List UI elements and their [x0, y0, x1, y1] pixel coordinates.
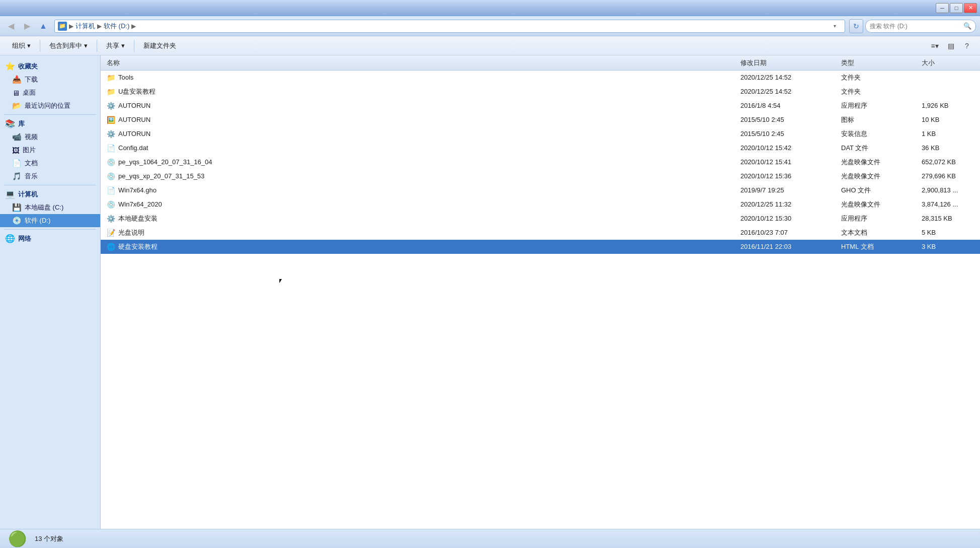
sidebar-item-video[interactable]: 📹 视频	[0, 130, 100, 144]
desktop-label: 桌面	[23, 88, 36, 97]
music-icon: 🎵	[12, 172, 22, 181]
file-modified-usb-install: 2020/12/25 14:52	[736, 88, 837, 95]
col-header-size[interactable]: 大小	[918, 55, 978, 70]
file-modified-local-install: 2020/10/12 15:30	[736, 215, 837, 222]
file-type-autorun-exe: 应用程序	[837, 101, 918, 110]
file-modified-disc-readme: 2016/10/23 7:07	[736, 229, 837, 236]
breadcrumb-computer[interactable]: 计算机	[76, 22, 95, 31]
file-row-disc-readme[interactable]: 📝 光盘说明 2016/10/23 7:07 文本文档 5 KB	[101, 226, 980, 240]
file-row-local-install[interactable]: ⚙️ 本地硬盘安装 2020/10/12 15:30 应用程序 28,315 K…	[101, 212, 980, 226]
address-bar-dropdown[interactable]: ▾	[834, 23, 842, 29]
file-name-text-config-dat: Config.dat	[118, 144, 148, 152]
sidebar-item-recent[interactable]: 📂 最近访问的位置	[0, 99, 100, 112]
organize-button[interactable]: 组织 ▾	[6, 38, 37, 53]
sidebar-favorites-header[interactable]: ⭐ 收藏夹	[0, 59, 100, 73]
sidebar-computer-header[interactable]: 💻 计算机	[0, 187, 100, 201]
file-icon-pe-yqs-xp: 💿	[107, 172, 115, 180]
sidebar-item-document[interactable]: 📄 文档	[0, 157, 100, 170]
col-header-type[interactable]: 类型	[837, 55, 918, 70]
breadcrumb-sep-2: ▶	[131, 23, 136, 30]
sidebar-divider-2	[4, 185, 96, 185]
file-name-text-hdd-tutorial: 硬盘安装教程	[118, 242, 158, 251]
sidebar-library-header[interactable]: 📚 库	[0, 117, 100, 130]
file-name-text-win7-2020: Win7x64_2020	[118, 200, 162, 208]
minimize-button[interactable]: ─	[936, 3, 949, 13]
back-button[interactable]: ◀	[4, 19, 18, 33]
preview-pane-button[interactable]: ▤	[944, 39, 958, 53]
sidebar-section-favorites: ⭐ 收藏夹 📥 下载 🖥 桌面 📂 最近访问的位置	[0, 59, 100, 112]
share-button[interactable]: 共享 ▾	[100, 38, 131, 53]
close-button[interactable]: ✕	[964, 3, 977, 13]
file-row-hdd-tutorial[interactable]: 🌐 硬盘安装教程 2016/11/21 22:03 HTML 文档 3 KB	[101, 240, 980, 254]
title-bar-controls: ─ □ ✕	[936, 3, 977, 13]
sidebar-item-desktop[interactable]: 🖥 桌面	[0, 86, 100, 99]
file-size-pe-yqs-1064: 652,072 KB	[918, 158, 978, 166]
library-icon: 📚	[5, 119, 15, 128]
file-size-autorun-ico: 10 KB	[918, 116, 978, 123]
file-row-autorun-exe[interactable]: ⚙️ AUTORUN 2016/1/8 4:54 应用程序 1,926 KB	[101, 99, 980, 113]
search-bar[interactable]: 🔍	[865, 20, 976, 33]
search-icon: 🔍	[963, 22, 971, 30]
file-icon-usb-install: 📁	[107, 88, 115, 96]
new-folder-label: 新建文件夹	[143, 41, 176, 50]
file-type-hdd-tutorial: HTML 文档	[837, 242, 918, 251]
file-row-usb-install[interactable]: 📁 U盘安装教程 2020/12/25 14:52 文件夹	[101, 85, 980, 99]
file-name-text-autorun-inf: AUTORUN	[118, 130, 150, 138]
file-type-local-install: 应用程序	[837, 214, 918, 223]
help-button[interactable]: ?	[960, 39, 974, 53]
file-icon-local-install: ⚙️	[107, 215, 115, 223]
file-type-usb-install: 文件夹	[837, 87, 918, 96]
col-header-modified[interactable]: 修改日期	[736, 55, 837, 70]
downloads-icon: 📥	[12, 75, 22, 84]
file-modified-autorun-exe: 2016/1/8 4:54	[736, 102, 837, 109]
file-type-autorun-ico: 图标	[837, 115, 918, 124]
view-toggle-button[interactable]: ≡▾	[928, 39, 942, 53]
sidebar-network-header[interactable]: 🌐 网络	[0, 232, 100, 245]
file-row-win7-gho[interactable]: 📄 Win7x64.gho 2019/9/7 19:25 GHO 文件 2,90…	[101, 183, 980, 197]
col-header-name[interactable]: 名称	[103, 55, 736, 70]
sidebar-item-local-c[interactable]: 💾 本地磁盘 (C:)	[0, 201, 100, 214]
maximize-button[interactable]: □	[950, 3, 963, 13]
file-row-tools[interactable]: 📁 Tools 2020/12/25 14:52 文件夹	[101, 71, 980, 85]
search-input[interactable]	[870, 23, 961, 30]
file-size-autorun-exe: 1,926 KB	[918, 102, 978, 109]
file-modified-autorun-ico: 2015/5/10 2:45	[736, 116, 837, 123]
file-type-config-dat: DAT 文件	[837, 144, 918, 153]
file-name-autorun-exe: ⚙️ AUTORUN	[103, 102, 736, 110]
file-row-autorun-ico[interactable]: 🖼️ AUTORUN 2015/5/10 2:45 图标 10 KB	[101, 113, 980, 127]
sidebar-item-picture[interactable]: 🖼 图片	[0, 144, 100, 157]
toolbar-right: ≡▾ ▤ ?	[928, 39, 974, 53]
file-modified-autorun-inf: 2015/5/10 2:45	[736, 130, 837, 138]
picture-icon: 🖼	[12, 146, 20, 155]
file-row-pe-yqs-1064[interactable]: 💿 pe_yqs_1064_20_07_31_16_04 2020/10/12 …	[101, 155, 980, 169]
file-icon-config-dat: 📄	[107, 144, 115, 152]
breadcrumb-drive[interactable]: 软件 (D:)	[104, 22, 129, 31]
sidebar-item-local-d[interactable]: 💿 软件 (D:)	[0, 214, 100, 227]
breadcrumb-sep-1: ▶	[97, 23, 102, 30]
refresh-button[interactable]: ↻	[849, 19, 863, 33]
file-row-win7-2020[interactable]: 💿 Win7x64_2020 2020/12/25 11:32 光盘映像文件 3…	[101, 197, 980, 212]
new-folder-button[interactable]: 新建文件夹	[137, 38, 182, 53]
sidebar-item-music[interactable]: 🎵 音乐	[0, 170, 100, 183]
file-type-tools: 文件夹	[837, 73, 918, 82]
file-size-hdd-tutorial: 3 KB	[918, 243, 978, 250]
file-name-text-win7-gho: Win7x64.gho	[118, 186, 157, 194]
forward-button[interactable]: ▶	[20, 19, 34, 33]
file-row-pe-yqs-xp[interactable]: 💿 pe_yqs_xp_20_07_31_15_53 2020/10/12 15…	[101, 169, 980, 183]
sidebar-item-downloads[interactable]: 📥 下载	[0, 73, 100, 86]
file-name-text-autorun-ico: AUTORUN	[118, 116, 150, 123]
file-row-autorun-inf[interactable]: ⚙️ AUTORUN 2015/5/10 2:45 安装信息 1 KB	[101, 127, 980, 141]
include-library-button[interactable]: 包含到库中 ▾	[43, 38, 94, 53]
file-row-config-dat[interactable]: 📄 Config.dat 2020/10/12 15:42 DAT 文件 36 …	[101, 141, 980, 155]
file-size-win7-gho: 2,900,813 ...	[918, 186, 978, 194]
toolbar: 组织 ▾ 包含到库中 ▾ 共享 ▾ 新建文件夹 ≡▾ ▤ ?	[0, 36, 980, 55]
address-bar[interactable]: 📁 ▶ 计算机 ▶ 软件 (D:) ▶ ▾	[54, 20, 845, 33]
recent-icon: 📂	[12, 101, 22, 110]
sidebar-section-library: 📚 库 📹 视频 🖼 图片 📄 文档 🎵 音乐	[0, 117, 100, 183]
local-d-label: 软件 (D:)	[25, 216, 50, 225]
up-button[interactable]: ▲	[36, 19, 50, 33]
computer-label: 计算机	[18, 190, 38, 199]
computer-icon: 💻	[5, 189, 15, 199]
breadcrumb-sep-0: ▶	[69, 23, 73, 30]
local-c-icon: 💾	[12, 203, 22, 212]
